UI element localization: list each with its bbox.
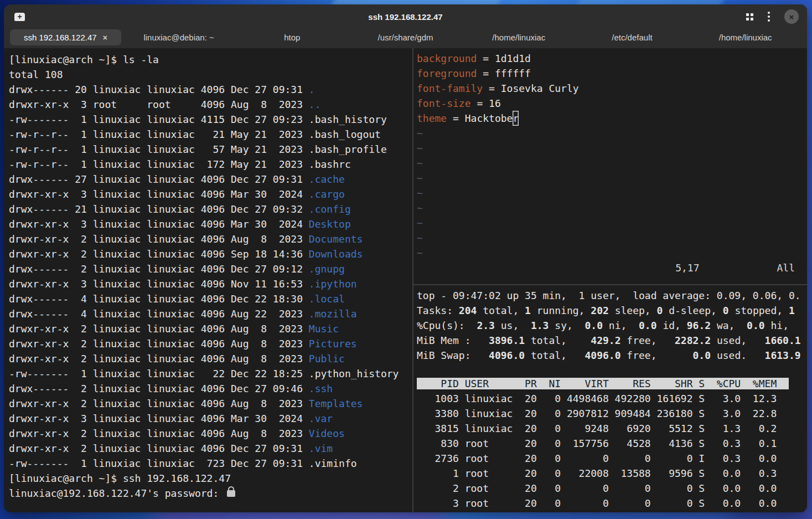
- terminal-window: + ssh 192.168.122.47 × ssh 192.168.122.4…: [4, 4, 807, 512]
- directory-name: Public: [309, 353, 345, 364]
- summary-text: sleep,: [609, 305, 657, 316]
- file-attrs: drwxr-xr-x 3 linuxiac linuxiac 4096 Mar …: [9, 188, 309, 200]
- top-summary-line: MiB Swap: 4096.0 total, 4096.0 free, 0.0…: [417, 348, 807, 363]
- file-name: .bash_logout: [309, 129, 381, 140]
- empty-line: ~: [417, 156, 807, 171]
- file-attrs: drwxr-xr-x 2 linuxiac linuxiac 4096 Aug …: [9, 323, 309, 335]
- new-tab-button[interactable]: +: [14, 13, 25, 21]
- file-attrs: -rw-r--r-- 1 linuxiac linuxiac 21 May 21…: [9, 129, 309, 140]
- summary-text: %Cpu(s):: [417, 320, 471, 331]
- config-value: ffffff: [495, 68, 531, 79]
- terminal-line: -rw-r--r-- 1 linuxiac linuxiac 172 May 2…: [9, 157, 412, 172]
- process-row-text: 1 root 20 0 22008 13588 9596 S 0.0 0.3: [417, 467, 777, 479]
- vim-cursor: r: [513, 111, 519, 126]
- directory-name: .ipython: [309, 278, 357, 290]
- file-attrs: drwx------ 21 linuxiac linuxiac 4096 Dec…: [9, 203, 309, 215]
- summary-text: total,: [477, 305, 525, 316]
- terminal-line: drwxr-xr-x 2 linuxiac linuxiac 4096 Sep …: [9, 246, 412, 261]
- process-row-text: 830 root 20 0 157756 4528 4136 S 0.3 0.1: [417, 438, 777, 449]
- summary-text: 1: [525, 305, 531, 316]
- terminal-line: drwx------ 4 linuxiac linuxiac 4096 Dec …: [9, 291, 412, 306]
- terminal-pane-vim-config[interactable]: background = 1d1d1dforeground = fffffffo…: [413, 48, 807, 284]
- table-row: 3380 linuxiac 20 0 2907812 909484 236180…: [417, 406, 807, 421]
- summary-text: 2282.2: [675, 335, 711, 346]
- window-close-button[interactable]: ×: [784, 9, 799, 24]
- directory-name: .local: [309, 293, 345, 305]
- config-line: font-size = 16: [417, 96, 807, 111]
- directory-name: .: [309, 84, 315, 95]
- directory-name: Videos: [309, 428, 345, 439]
- menu-kebab-icon[interactable]: [768, 16, 770, 18]
- terminal-line: drwxr-xr-x 3 linuxiac linuxiac 4096 Mar …: [9, 411, 412, 426]
- terminal-text: total 108: [9, 69, 63, 80]
- terminal-line: -rw-r--r-- 1 linuxiac linuxiac 21 May 21…: [9, 127, 412, 142]
- tab-4[interactable]: /home/linuxiac: [463, 29, 575, 45]
- tilde-marker: ~: [417, 187, 423, 199]
- summary-text: 1.3: [525, 320, 549, 331]
- summary-text: 0.0: [633, 320, 656, 331]
- directory-name: .var: [309, 413, 333, 424]
- vim-ruler: 5,17All: [417, 260, 807, 275]
- table-row: 3815 linuxiac 20 0 9248 6920 5512 S 1.3 …: [417, 421, 807, 436]
- terminal-pane-ssh[interactable]: [linuxiac@arch ~]$ ls -latotal 108drwx--…: [4, 48, 412, 512]
- config-key: foreground: [417, 68, 477, 79]
- tab-3[interactable]: /usr/share/gdm: [350, 29, 461, 45]
- file-attrs: drwx------ 2 linuxiac linuxiac 4096 Dec …: [9, 383, 309, 394]
- empty-line: ~: [417, 230, 807, 245]
- table-row: 830 root 20 0 157756 4528 4136 S 0.3 0.1: [417, 436, 807, 451]
- summary-text: 429.2: [591, 335, 620, 346]
- terminal-line: drwxr-xr-x 3 root root 4096 Aug 8 2023 .…: [9, 97, 412, 112]
- terminal-text: [linuxiac@arch ~]$ ls -la: [9, 54, 159, 65]
- file-name: .bash_profile: [309, 143, 387, 155]
- process-row-text: 2 root 20 0 0 0 0 S 0.0 0.0: [417, 482, 777, 494]
- terminal-line: drwxr-xr-x 2 linuxiac linuxiac 4096 Aug …: [9, 232, 412, 246]
- tab-0[interactable]: ssh 192.168.122.47×: [10, 29, 121, 45]
- summary-text: total,: [525, 350, 585, 361]
- process-table-header: PID USER PR NI VIRT RES SHR S %CPU %MEM: [417, 376, 807, 391]
- file-attrs: drwxr-xr-x 2 linuxiac linuxiac 4096 Aug …: [9, 353, 309, 364]
- summary-text: 4096.0: [489, 350, 525, 361]
- tilde-marker: ~: [417, 142, 423, 154]
- directory-name: .ssh: [309, 383, 333, 394]
- config-key: theme: [417, 112, 447, 124]
- file-attrs: -rw------- 1 linuxiac linuxiac 22 Dec 22…: [9, 368, 309, 379]
- tab-bar: ssh 192.168.122.47×linuxiac@debian: ~hto…: [4, 29, 807, 48]
- terminal-line: drwxr-xr-x 2 linuxiac linuxiac 4096 Aug …: [9, 396, 412, 411]
- tab-5[interactable]: /etc/default: [577, 29, 688, 45]
- file-attrs: drwxr-xr-x 2 linuxiac linuxiac 4096 Aug …: [9, 233, 309, 245]
- table-row: 1 root 20 0 22008 13588 9596 S 0.0 0.3: [417, 466, 807, 481]
- titlebar[interactable]: + ssh 192.168.122.47 ×: [4, 4, 807, 29]
- tab-1[interactable]: linuxiac@debian: ~: [123, 29, 235, 45]
- terminal-text: linuxiac@192.168.122.47's password:: [9, 487, 225, 499]
- summary-text: 0.0: [579, 320, 603, 331]
- terminal-line: total 108: [9, 67, 412, 82]
- tab-6[interactable]: /home/linuxiac: [690, 29, 801, 45]
- config-separator: =: [447, 112, 465, 124]
- summary-text: 0: [723, 305, 729, 316]
- terminal-line: [linuxiac@arch ~]$ ls -la: [9, 52, 412, 67]
- table-row: 3 root 20 0 0 0 0 S 0.0 0.0: [417, 496, 807, 511]
- tilde-marker: ~: [417, 202, 423, 214]
- summary-text: running,: [531, 305, 591, 316]
- terminal-line: -rw------- 1 linuxiac linuxiac 723 Dec 2…: [9, 456, 412, 471]
- tile-view-icon[interactable]: [746, 13, 753, 20]
- terminal-line: -rw------- 1 linuxiac linuxiac 4115 Dec …: [9, 112, 412, 127]
- config-key: font-family: [417, 83, 483, 94]
- terminal-pane-top[interactable]: top - 09:47:02 up 35 min, 1 user, load a…: [413, 285, 807, 512]
- file-attrs: drwx------ 4 linuxiac linuxiac 4096 Dec …: [9, 293, 309, 305]
- file-attrs: -rw-r--r-- 1 linuxiac linuxiac 57 May 21…: [9, 143, 309, 155]
- tab-close-icon[interactable]: ×: [103, 33, 107, 42]
- tab-label: ssh 192.168.122.47: [24, 33, 97, 42]
- tilde-marker: ~: [417, 232, 423, 244]
- lock-icon: [227, 490, 235, 497]
- terminal-line: [linuxiac@arch ~]$ ssh 192.168.122.47: [9, 471, 412, 486]
- tab-2[interactable]: htop: [236, 29, 348, 45]
- config-value: 1d1d1d: [495, 53, 531, 64]
- blank-line: [417, 363, 807, 376]
- summary-text: stopped,: [729, 305, 789, 316]
- terminal-line: drwx------ 20 linuxiac linuxiac 4096 Dec…: [9, 82, 412, 97]
- tilde-marker: ~: [417, 127, 423, 139]
- config-separator: =: [471, 97, 489, 109]
- terminal-line: drwx------ 4 linuxiac linuxiac 4096 Aug …: [9, 306, 412, 321]
- file-attrs: -rw------- 1 linuxiac linuxiac 723 Dec 2…: [9, 458, 309, 469]
